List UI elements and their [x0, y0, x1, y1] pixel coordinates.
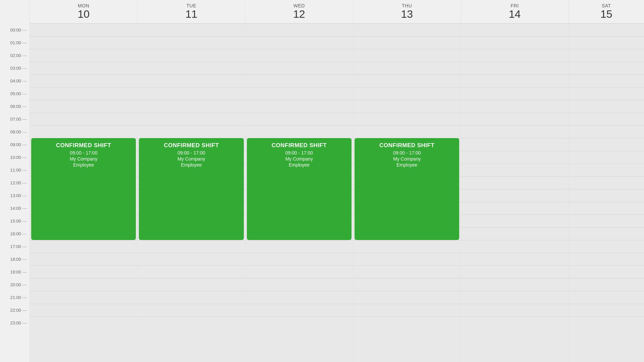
hour-line: [569, 151, 644, 151]
hour-line: [246, 291, 353, 291]
hour-line: [461, 100, 568, 100]
shift-role: Employee: [396, 162, 417, 168]
hour-line: [461, 125, 568, 126]
day-body-sat: [569, 23, 644, 362]
hour-line: [353, 291, 461, 291]
day-number-label: 12: [293, 8, 305, 20]
day-body-inner-sat: [569, 23, 644, 329]
time-label: 09:00—: [0, 138, 30, 151]
hour-line: [569, 100, 644, 100]
shift-title: CONFIRMED SHIFT: [379, 142, 434, 149]
hour-line: [30, 62, 137, 62]
hour-line: [569, 278, 644, 279]
time-label: 02:00—: [0, 49, 30, 62]
hour-line: [30, 23, 137, 24]
shift-role: Employee: [289, 162, 310, 168]
hour-line: [569, 87, 644, 87]
hour-line: [138, 74, 245, 75]
day-number-label: 15: [600, 8, 612, 20]
day-header-mon: MON10: [30, 0, 137, 23]
hour-line: [461, 176, 568, 177]
hour-line: [569, 215, 644, 215]
day-body-inner-wed: CONFIRMED SHIFT09:00 - 17:00My CompanyEm…: [246, 23, 353, 329]
day-body-inner-fri: [461, 23, 568, 329]
time-label: 18:00—: [0, 253, 30, 265]
hour-line: [353, 36, 461, 37]
time-label: 11:00—: [0, 164, 30, 176]
hour-line: [138, 62, 245, 62]
day-body-wed: CONFIRMED SHIFT09:00 - 17:00My CompanyEm…: [246, 23, 353, 362]
hour-line: [569, 265, 644, 266]
day-body-inner-thu: CONFIRMED SHIFT09:00 - 17:00My CompanyEm…: [353, 23, 461, 329]
time-label: 17:00—: [0, 240, 30, 253]
hour-line: [353, 265, 461, 266]
hour-line: [138, 36, 245, 37]
hour-line: [138, 113, 245, 113]
hour-line: [138, 23, 245, 24]
time-label: 05:00—: [0, 87, 30, 100]
shift-block-tue[interactable]: CONFIRMED SHIFT09:00 - 17:00My CompanyEm…: [139, 138, 244, 240]
hour-line: [461, 253, 568, 253]
day-column-tue: TUE11CONFIRMED SHIFT09:00 - 17:00My Comp…: [137, 0, 245, 362]
time-header: [0, 0, 30, 23]
shift-company: My Company: [393, 156, 421, 162]
hour-line: [30, 49, 137, 49]
hour-line: [138, 291, 245, 291]
hour-line: [569, 253, 644, 253]
hour-line: [461, 23, 568, 24]
day-number-label: 11: [185, 8, 198, 20]
hour-line: [461, 202, 568, 202]
day-number-label: 14: [509, 8, 521, 20]
hour-line: [569, 138, 644, 138]
hour-line: [246, 125, 353, 126]
hour-line: [138, 240, 245, 240]
hour-line: [569, 36, 644, 37]
hour-line: [246, 240, 353, 240]
shift-title: CONFIRMED SHIFT: [272, 142, 327, 149]
hour-line: [353, 253, 461, 253]
shift-role: Employee: [181, 162, 202, 168]
day-column-fri: FRI14: [461, 0, 568, 362]
hour-line: [461, 304, 568, 304]
hour-line: [569, 189, 644, 189]
hour-line: [569, 62, 644, 62]
day-column-thu: THU13CONFIRMED SHIFT09:00 - 17:00My Comp…: [353, 0, 461, 362]
hour-line: [353, 113, 461, 113]
hour-line: [569, 113, 644, 113]
hour-line: [138, 253, 245, 253]
shift-time: 09:00 - 17:00: [393, 150, 421, 156]
day-body-inner-mon: CONFIRMED SHIFT09:00 - 17:00My CompanyEm…: [30, 23, 137, 329]
hour-line: [461, 87, 568, 87]
hour-line: [569, 74, 644, 75]
time-label: 23:00—: [0, 316, 30, 329]
hour-line: [569, 240, 644, 240]
hour-line: [353, 304, 461, 304]
shift-block-wed[interactable]: CONFIRMED SHIFT09:00 - 17:00My CompanyEm…: [247, 138, 352, 240]
hour-line: [461, 36, 568, 37]
hour-line: [461, 74, 568, 75]
time-label: 10:00—: [0, 151, 30, 164]
shift-role: Employee: [73, 162, 94, 168]
shift-block-thu[interactable]: CONFIRMED SHIFT09:00 - 17:00My CompanyEm…: [355, 138, 459, 240]
hour-line: [246, 113, 353, 113]
day-header-thu: THU13: [353, 0, 461, 23]
hour-line: [569, 304, 644, 304]
shift-block-mon[interactable]: CONFIRMED SHIFT09:00 - 17:00My CompanyEm…: [31, 138, 136, 240]
day-body-mon: CONFIRMED SHIFT09:00 - 17:00My CompanyEm…: [30, 23, 137, 362]
hour-line: [30, 304, 137, 304]
hour-line: [138, 100, 245, 100]
time-label: 13:00—: [0, 189, 30, 202]
shift-company: My Company: [285, 156, 313, 162]
hour-line: [246, 62, 353, 62]
hour-line: [569, 23, 644, 24]
hour-line: [246, 23, 353, 24]
hour-line: [461, 49, 568, 49]
time-label: 16:00—: [0, 227, 30, 240]
hour-line: [30, 36, 137, 37]
day-number-label: 10: [77, 8, 90, 20]
day-name-label: MON: [78, 3, 89, 8]
shift-title: CONFIRMED SHIFT: [164, 142, 219, 149]
time-label: 06:00—: [0, 100, 30, 113]
hour-line: [461, 316, 568, 317]
shift-title: CONFIRMED SHIFT: [56, 142, 111, 149]
